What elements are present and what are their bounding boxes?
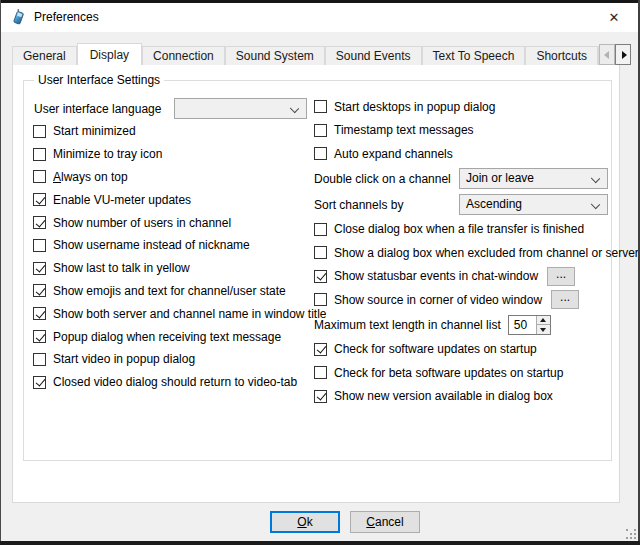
- tab-connection[interactable]: Connection: [142, 46, 225, 65]
- checkbox-row[interactable]: Check for software updates on startup: [314, 338, 626, 362]
- checkbox-row[interactable]: Show last to talk in yellow: [33, 257, 315, 280]
- sort-channels-select[interactable]: Ascending: [459, 194, 608, 215]
- tab-label: Shortcuts: [536, 49, 587, 63]
- max-text-length-label: Maximum text length in channel list: [314, 318, 501, 332]
- tab-bar: GeneralDisplayConnectionSound SystemSoun…: [12, 43, 612, 65]
- checkbox-row[interactable]: Always on top: [33, 166, 315, 189]
- title-bar: Preferences ✕: [1, 3, 638, 32]
- tab-sound-system[interactable]: Sound System: [225, 46, 325, 65]
- checkbox-row[interactable]: Check for beta software updates on start…: [314, 361, 626, 385]
- window-border-bottom: [0, 541, 640, 545]
- checkbox: [33, 376, 46, 389]
- sort-channels-label: Sort channels by: [314, 198, 403, 212]
- checkbox-label: Enable VU-meter updates: [53, 193, 191, 207]
- checkbox-label: Show last to talk in yellow: [53, 261, 190, 275]
- left-column: User interface language Start minimized …: [33, 97, 315, 394]
- chevron-down-icon: [290, 104, 299, 113]
- checkbox: [33, 262, 46, 275]
- checkbox-row[interactable]: Closed video dialog should return to vid…: [33, 371, 315, 394]
- checkbox-label: Closed video dialog should return to vid…: [53, 375, 297, 389]
- max-text-length-row: Maximum text length in channel list 50: [314, 312, 626, 338]
- checkbox-row[interactable]: Close dialog box when a file transfer is…: [314, 218, 626, 242]
- ok-button[interactable]: Ok: [270, 511, 340, 533]
- tab-text-to-speech[interactable]: Text To Speech: [422, 46, 526, 65]
- double-click-select[interactable]: Join or leave: [459, 168, 608, 189]
- checkbox-row[interactable]: Show new version available in dialog box: [314, 385, 626, 409]
- checkbox-label: Start video in popup dialog: [53, 352, 195, 366]
- max-text-length-spinner[interactable]: 50: [508, 315, 551, 335]
- checkbox-row[interactable]: Enable VU-meter updates: [33, 188, 315, 211]
- double-click-row: Double click on a channel Join or leave: [314, 166, 626, 192]
- checkbox-label: Always on top: [53, 170, 128, 184]
- cancel-button[interactable]: Cancel: [350, 511, 420, 533]
- double-click-label: Double click on a channel: [314, 172, 451, 186]
- spin-down-button[interactable]: [537, 324, 550, 334]
- tab-shortcuts[interactable]: Shortcuts: [525, 46, 598, 65]
- checkbox: [33, 330, 46, 343]
- checkbox: [33, 216, 46, 229]
- right-mid-checkbox-list: Close dialog box when a file transfer is…: [314, 218, 626, 265]
- window-border-top: [0, 0, 640, 3]
- checkbox: [314, 270, 327, 283]
- app-icon: [10, 9, 27, 26]
- checkbox-label: Close dialog box when a file transfer is…: [334, 222, 584, 236]
- display-tab-page: User Interface Settings User interface l…: [12, 64, 620, 503]
- max-text-length-value: 50: [509, 316, 536, 334]
- checkbox-label: Start minimized: [53, 124, 136, 138]
- checkbox-row[interactable]: Show a dialog box when excluded from cha…: [314, 241, 626, 265]
- language-select[interactable]: [174, 98, 307, 119]
- tab-label: Connection: [153, 49, 214, 63]
- checkbox: [314, 293, 327, 306]
- checkbox-row[interactable]: Popup dialog when receiving text message: [33, 325, 315, 348]
- checkbox-row[interactable]: Minimize to tray icon: [33, 143, 315, 166]
- tab-label: Display: [90, 48, 129, 62]
- tab-scroll-left-button[interactable]: [599, 44, 615, 65]
- checkbox: [33, 307, 46, 320]
- checkbox-label: Minimize to tray icon: [53, 147, 162, 161]
- arrow-left-icon: [604, 51, 609, 59]
- tab-scroll-right-button[interactable]: [615, 44, 631, 65]
- video-source-row[interactable]: Show source in corner of video window ..…: [314, 288, 626, 312]
- video-source-more-button[interactable]: ...: [551, 290, 579, 309]
- checkbox: [314, 147, 327, 160]
- tab-general[interactable]: General: [12, 46, 77, 65]
- tab-label: General: [23, 49, 66, 63]
- checkbox-row[interactable]: Start minimized: [33, 120, 315, 143]
- close-button[interactable]: ✕: [596, 3, 632, 32]
- checkbox: [33, 125, 46, 138]
- arrow-right-icon: [622, 51, 627, 59]
- checkbox: [314, 246, 327, 259]
- tab-sound-events[interactable]: Sound Events: [325, 46, 422, 65]
- language-row: User interface language: [33, 97, 315, 120]
- checkbox-label: Show emojis and text for channel/user st…: [53, 284, 286, 298]
- checkbox-row[interactable]: Start desktops in popup dialog: [314, 95, 626, 119]
- tab-display[interactable]: Display: [77, 43, 142, 65]
- checkbox-row[interactable]: Show both server and channel name in win…: [33, 302, 315, 325]
- checkbox: [314, 343, 327, 356]
- checkbox-label: Show number of users in channel: [53, 216, 231, 230]
- language-label: User interface language: [34, 102, 161, 116]
- checkbox-label: Show statusbar events in chat-window: [334, 269, 538, 283]
- resize-grip[interactable]: [626, 529, 628, 531]
- checkbox-row[interactable]: Show number of users in channel: [33, 211, 315, 234]
- checkbox: [33, 353, 46, 366]
- checkbox: [33, 148, 46, 161]
- checkbox-label: Check for beta software updates on start…: [334, 366, 563, 380]
- statusbar-events-more-button[interactable]: ...: [547, 267, 575, 286]
- chevron-down-icon: [591, 199, 600, 208]
- checkbox-row[interactable]: Auto expand channels: [314, 142, 626, 166]
- checkbox: [33, 193, 46, 206]
- checkbox: [314, 100, 327, 113]
- checkbox-label: Auto expand channels: [334, 147, 453, 161]
- checkbox-row[interactable]: Timestamp text messages: [314, 119, 626, 143]
- checkbox-row[interactable]: Start video in popup dialog: [33, 348, 315, 371]
- checkbox-row[interactable]: Show username instead of nickname: [33, 234, 315, 257]
- spin-up-button[interactable]: [537, 316, 550, 325]
- checkbox: [33, 239, 46, 252]
- checkbox-row[interactable]: Show emojis and text for channel/user st…: [33, 280, 315, 303]
- checkbox-label: Start desktops in popup dialog: [334, 100, 495, 114]
- checkbox-label: Show source in corner of video window: [334, 293, 542, 307]
- tab-scroll-buttons: [599, 44, 631, 65]
- statusbar-events-row[interactable]: Show statusbar events in chat-window ...: [314, 265, 626, 289]
- double-click-value: Join or leave: [466, 171, 534, 185]
